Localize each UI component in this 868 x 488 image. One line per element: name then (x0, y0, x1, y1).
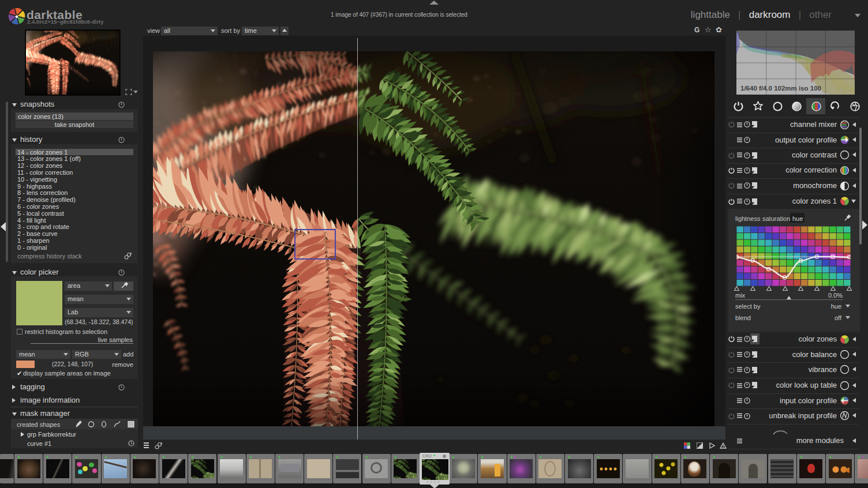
svg-text:1/640 f/4.0 102mm iso 100: 1/640 f/4.0 102mm iso 100 (740, 85, 821, 92)
